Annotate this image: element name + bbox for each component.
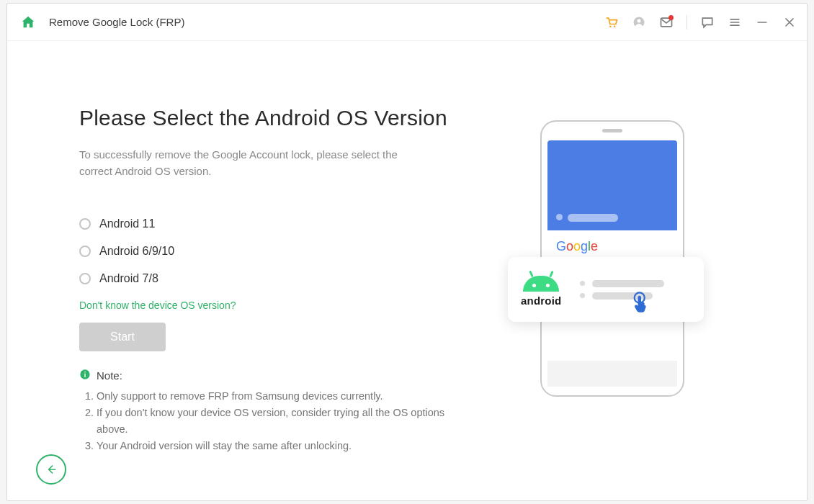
subtext: To successfully remove the Google Accoun…	[79, 146, 411, 180]
app-window: Remove Google Lock (FRP)	[6, 3, 808, 501]
start-button[interactable]: Start	[79, 323, 166, 351]
os-option-android-6-9-10[interactable]: Android 6/9/10	[79, 245, 468, 258]
note-block: Note: Only support to remove FRP from Sa…	[79, 369, 468, 455]
svg-rect-7	[84, 372, 85, 372]
svg-rect-6	[84, 373, 85, 377]
left-column: Please Select the Android OS Version To …	[79, 106, 468, 454]
note-label: Note:	[97, 369, 122, 382]
heading: Please Select the Android OS Version	[79, 106, 468, 130]
pointer-hand-icon	[630, 292, 655, 319]
help-link-os-version[interactable]: Don't know the device OS version?	[79, 300, 468, 311]
radio-icon	[79, 273, 91, 284]
os-option-label: Android 11	[99, 217, 155, 230]
info-icon	[79, 369, 91, 382]
titlebar-actions	[604, 15, 797, 30]
page-title: Remove Google Lock (FRP)	[49, 16, 184, 28]
svg-point-3	[638, 19, 641, 22]
home-icon[interactable]	[20, 14, 36, 30]
overlay-card: android	[508, 257, 704, 322]
placeholder-line	[568, 214, 618, 222]
svg-point-0	[609, 25, 612, 27]
notification-dot	[668, 15, 674, 20]
svg-point-1	[614, 25, 616, 27]
radio-icon	[79, 246, 91, 257]
feedback-icon[interactable]	[700, 15, 715, 30]
close-icon[interactable]	[782, 15, 797, 30]
android-robot-icon	[523, 273, 559, 292]
os-option-label: Android 7/8	[99, 272, 158, 285]
back-button[interactable]	[36, 454, 66, 485]
android-robot: android	[521, 273, 561, 307]
placeholder-dot	[556, 214, 563, 220]
phone-speaker	[602, 129, 622, 132]
mail-icon[interactable]	[659, 15, 674, 30]
os-option-android-7-8[interactable]: Android 7/8	[79, 272, 468, 285]
note-item: If you don't know your device OS version…	[97, 405, 454, 438]
divider	[686, 15, 687, 30]
menu-icon[interactable]	[728, 15, 742, 30]
os-option-label: Android 6/9/10	[99, 245, 174, 258]
content: Please Select the Android OS Version To …	[7, 41, 807, 454]
phone-header-panel	[547, 140, 677, 230]
phone-illustration: Google android	[508, 120, 717, 397]
google-logo: Google	[556, 239, 677, 254]
os-option-android-11[interactable]: Android 11	[79, 217, 468, 230]
note-heading: Note:	[79, 369, 468, 382]
phone-bottom-bar	[547, 361, 677, 387]
android-word: android	[521, 294, 561, 307]
cart-icon[interactable]	[604, 15, 619, 30]
note-item: Your Android version will stay the same …	[97, 438, 454, 454]
note-list: Only support to remove FRP from Samsung …	[79, 388, 454, 455]
titlebar: Remove Google Lock (FRP)	[7, 4, 807, 41]
note-item: Only support to remove FRP from Samsung …	[97, 388, 454, 405]
minimize-icon[interactable]	[755, 15, 769, 30]
user-icon[interactable]	[632, 15, 646, 30]
illustration: Google android	[468, 106, 756, 454]
os-options: Android 11 Android 6/9/10 Android 7/8	[79, 217, 468, 285]
radio-icon	[79, 218, 91, 230]
